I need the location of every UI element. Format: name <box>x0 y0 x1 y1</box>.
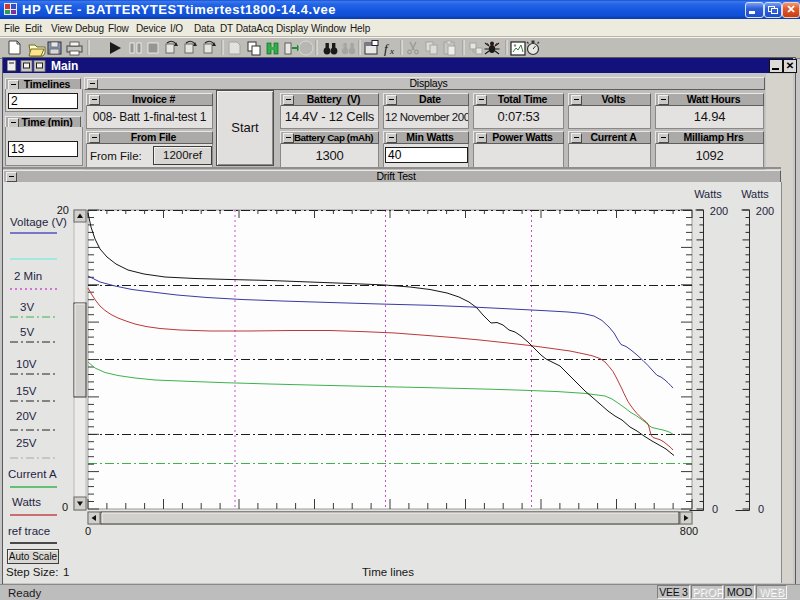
svg-text:200: 200 <box>710 205 728 217</box>
svg-text:0: 0 <box>712 503 718 515</box>
svg-text:200: 200 <box>756 205 774 217</box>
svg-text:20: 20 <box>57 204 69 216</box>
svg-text:0: 0 <box>62 501 68 513</box>
svg-text:Watts: Watts <box>741 188 769 200</box>
svg-text:0: 0 <box>758 503 764 515</box>
svg-text:x: x <box>389 46 394 56</box>
svg-text:800: 800 <box>680 525 698 537</box>
svg-text:Watts: Watts <box>694 188 722 200</box>
svg-text:0: 0 <box>85 525 91 537</box>
